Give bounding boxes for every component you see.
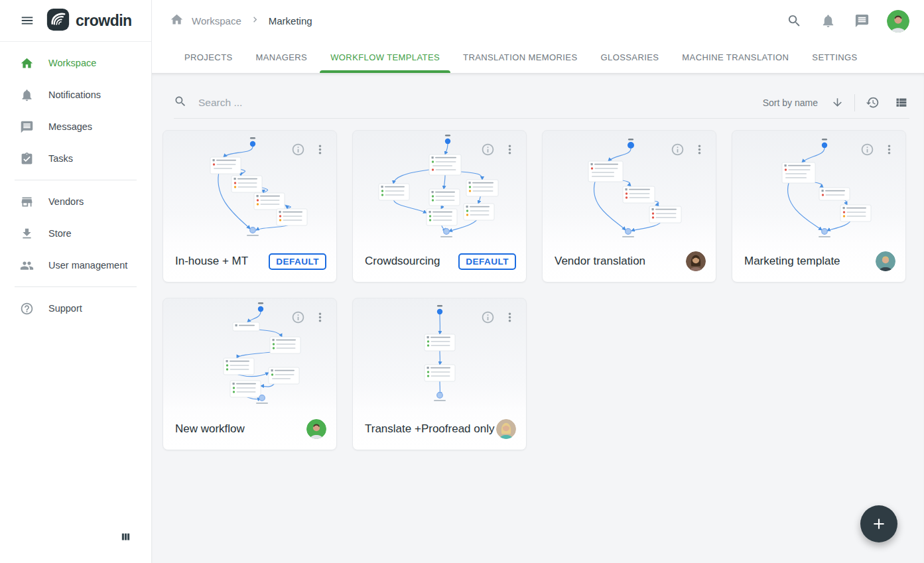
chevron-right-icon — [249, 14, 261, 28]
card-actions — [669, 141, 708, 158]
kebab-menu-icon[interactable] — [501, 309, 518, 326]
plus-icon — [870, 515, 888, 532]
card-footer: Vendor translation — [543, 241, 716, 282]
sidebar-item-label: Messages — [48, 121, 92, 132]
kebab-menu-icon — [313, 143, 327, 156]
users-icon — [20, 259, 34, 273]
card-actions — [290, 141, 328, 158]
crowdin-logo[interactable]: crowdin — [46, 8, 132, 34]
template-card-vendor-translation[interactable]: Vendor translation — [542, 130, 716, 282]
message-icon — [20, 120, 34, 134]
sidebar-item-workspace[interactable]: Workspace — [0, 47, 151, 79]
card-footer: Translate +Proofread only — [353, 408, 526, 450]
template-cards-grid: In-house + MTDEFAULTCrowdsourcingDEFAULT… — [152, 119, 924, 450]
kebab-menu-icon — [503, 310, 517, 324]
sidebar-item-tasks[interactable]: Tasks — [0, 143, 151, 174]
sidebar-item-messages[interactable]: Messages — [0, 111, 151, 143]
tab-managers[interactable]: MANAGERS — [245, 42, 318, 73]
template-card-in-house-mt[interactable]: In-house + MTDEFAULT — [163, 130, 337, 282]
sidebar-item-support[interactable]: Support — [0, 292, 151, 324]
sidebar-divider — [15, 180, 137, 180]
kebab-menu-icon[interactable] — [312, 141, 328, 158]
tab-machine-translation[interactable]: MACHINE TRANSLATION — [671, 42, 799, 73]
crowdin-logo-text: crowdin — [76, 12, 132, 30]
breadcrumb: Workspace Marketing — [170, 13, 312, 29]
template-card-marketing-template[interactable]: Marketing template — [732, 130, 906, 282]
toolbar: Sort by name — [174, 87, 909, 119]
tab-settings[interactable]: SETTINGS — [801, 42, 868, 73]
kebab-menu-icon[interactable] — [691, 141, 708, 158]
sidebar-item-user-management[interactable]: User management — [0, 249, 151, 281]
breadcrumb-current: Marketing — [269, 15, 312, 27]
history-icon[interactable] — [864, 94, 881, 111]
info-icon[interactable] — [480, 141, 496, 158]
user-avatar[interactable] — [887, 10, 909, 32]
template-card-new-workflow[interactable]: New workflow — [163, 298, 337, 450]
card-title: Vendor translation — [555, 255, 645, 268]
tab-workflow-templates[interactable]: WORKFLOW TEMPLATES — [320, 42, 450, 73]
home-icon[interactable] — [170, 13, 184, 29]
info-icon[interactable] — [290, 309, 306, 326]
info-icon[interactable] — [859, 141, 876, 158]
storefront-icon — [20, 195, 34, 209]
template-card-translate-proofread-only[interactable]: Translate +Proofread only — [352, 298, 527, 450]
kebab-menu-icon[interactable] — [501, 141, 518, 158]
tab-projects[interactable]: PROJECTS — [174, 42, 243, 73]
sidebar-item-store[interactable]: Store — [0, 218, 151, 249]
template-card-crowdsourcing[interactable]: CrowdsourcingDEFAULT — [352, 130, 527, 282]
chevron-right-icon — [249, 14, 261, 25]
main: Workspace Marketing PROJECTSMANAGERSWORK… — [152, 0, 924, 563]
search-input[interactable] — [198, 97, 763, 109]
card-footer: In-house + MTDEFAULT — [163, 241, 336, 282]
view-list-icon[interactable] — [893, 94, 909, 111]
card-actions — [480, 141, 518, 158]
info-icon — [291, 310, 305, 324]
sidebar-item-vendors[interactable]: Vendors — [0, 186, 151, 218]
info-icon — [860, 143, 874, 156]
info-icon[interactable] — [290, 141, 306, 158]
history-icon — [866, 95, 880, 109]
home-icon — [170, 13, 184, 27]
sidebar-item-label: Store — [48, 228, 72, 239]
sidebar-nav: WorkspaceNotificationsMessagesTasksVendo… — [0, 42, 151, 324]
bell-icon[interactable] — [819, 12, 837, 30]
card-title: Crowdsourcing — [365, 255, 440, 268]
sidebar-item-label: User management — [48, 260, 127, 271]
info-icon[interactable] — [480, 309, 496, 326]
kebab-menu-icon — [693, 143, 706, 156]
tab-glossaries[interactable]: GLOSSARIES — [590, 42, 670, 73]
sidebar-item-label: Workspace — [48, 58, 96, 68]
owner-avatar — [876, 251, 895, 271]
card-actions — [480, 309, 518, 326]
hamburger-menu-icon[interactable] — [17, 11, 37, 31]
sidebar-item-label: Notifications — [48, 90, 101, 100]
default-badge: DEFAULT — [458, 253, 516, 270]
search-field — [174, 95, 763, 111]
tasks-icon — [20, 152, 34, 166]
download-icon — [20, 227, 34, 241]
search-icon[interactable] — [785, 12, 803, 30]
kebab-menu-icon[interactable] — [881, 141, 897, 158]
columns-icon — [120, 531, 131, 542]
card-actions — [290, 309, 328, 326]
chat-icon[interactable] — [853, 12, 871, 30]
columns-icon[interactable] — [120, 531, 131, 544]
bell-icon — [20, 88, 34, 102]
card-title: New workflow — [175, 422, 245, 436]
sidebar-divider — [15, 286, 137, 287]
tab-translation-memories[interactable]: TRANSLATION MEMORIES — [452, 42, 588, 73]
sidebar-item-label: Tasks — [48, 153, 73, 164]
card-actions — [859, 141, 897, 158]
breadcrumb-workspace[interactable]: Workspace — [192, 15, 241, 27]
sidebar: crowdin WorkspaceNotificationsMessagesTa… — [0, 0, 152, 563]
info-icon[interactable] — [669, 141, 686, 158]
kebab-menu-icon[interactable] — [312, 309, 328, 326]
card-footer: New workflow — [163, 408, 336, 450]
sort-by-label[interactable]: Sort by name — [763, 97, 818, 108]
add-template-fab[interactable] — [860, 505, 897, 542]
sidebar-item-notifications[interactable]: Notifications — [0, 79, 151, 111]
default-badge: DEFAULT — [269, 253, 326, 270]
toolbar-divider — [854, 94, 855, 111]
arrow-down-icon[interactable] — [830, 95, 845, 110]
tab-bar: PROJECTSMANAGERSWORKFLOW TEMPLATESTRANSL… — [152, 42, 924, 73]
